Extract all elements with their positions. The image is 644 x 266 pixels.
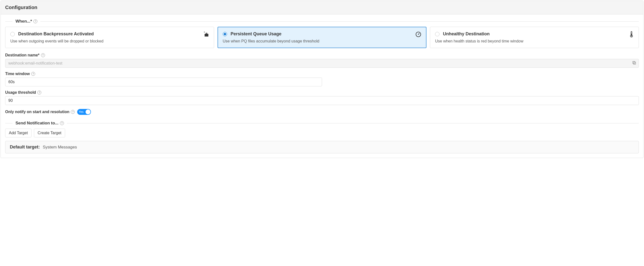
destination-name-group: Destination name* ?	[5, 53, 639, 68]
copy-icon[interactable]	[632, 61, 636, 66]
svg-rect-0	[205, 34, 208, 37]
notify-legend-row: Send Notification to... ?	[5, 121, 639, 126]
configuration-panel: Configuration When...* ? Destination Bac…	[0, 0, 644, 158]
panel-body: When...* ? Destination Backpressure Acti…	[1, 14, 643, 158]
help-icon[interactable]: ?	[34, 19, 37, 23]
radio-unchecked[interactable]	[435, 32, 440, 36]
trigger-desc: Use when PQ files accumulate beyond usag…	[223, 39, 421, 43]
help-icon[interactable]: ?	[41, 53, 45, 57]
notify-toggle-row: Only notify on start and resolution ? Ye…	[5, 109, 639, 115]
briefcase-alert-icon	[203, 31, 210, 38]
help-icon[interactable]: ?	[31, 72, 35, 76]
when-legend-row: When...* ?	[5, 19, 639, 24]
usage-threshold-input[interactable]	[5, 96, 639, 105]
switch-state: Yes	[79, 110, 84, 114]
switch-knob	[86, 110, 90, 114]
notify-toggle-label: Only notify on start and resolution	[5, 110, 69, 114]
default-target-box: Default target: System Messages	[5, 141, 639, 153]
svg-rect-9	[633, 61, 635, 64]
trigger-option-unhealthy[interactable]: Unhealthy Destination Use when health st…	[430, 27, 639, 48]
trigger-title: Destination Backpressure Activated	[18, 31, 94, 37]
trigger-option-backpressure[interactable]: Destination Backpressure Activated Use w…	[5, 27, 214, 48]
panel-title: Configuration	[1, 1, 643, 14]
divider	[40, 21, 639, 22]
trigger-title: Persistent Queue Usage	[230, 31, 282, 37]
time-window-group: Time window ?	[5, 72, 322, 86]
create-target-button[interactable]: Create Target	[34, 129, 65, 137]
notify-toggle-switch[interactable]: Yes	[77, 109, 91, 115]
destination-name-input[interactable]	[5, 59, 639, 68]
divider	[67, 123, 639, 124]
trigger-option-pq-usage[interactable]: Persistent Queue Usage Use when PQ files…	[218, 27, 426, 48]
when-legend: When...*	[16, 19, 32, 24]
divider	[5, 123, 12, 124]
default-target-value: System Messages	[43, 145, 77, 150]
trigger-desc: Use when health status is red beyond tim…	[435, 39, 634, 43]
thermometer-icon	[629, 31, 634, 39]
help-icon[interactable]: ?	[71, 110, 75, 114]
svg-point-5	[418, 34, 418, 35]
trigger-options: Destination Backpressure Activated Use w…	[5, 27, 639, 48]
radio-checked[interactable]	[223, 32, 227, 36]
trigger-title: Unhealthy Destination	[443, 31, 490, 37]
add-target-button[interactable]: Add Target	[5, 129, 32, 137]
destination-name-label: Destination name*	[5, 53, 40, 57]
help-icon[interactable]: ?	[37, 91, 41, 95]
help-icon[interactable]: ?	[60, 121, 64, 125]
notify-legend: Send Notification to...	[16, 121, 58, 126]
radio-unchecked[interactable]	[10, 32, 15, 36]
gauge-icon	[415, 31, 422, 38]
trigger-desc: Use when outgoing events will be dropped…	[10, 39, 209, 43]
svg-rect-3	[204, 32, 204, 32]
target-buttons: Add Target Create Target	[5, 129, 639, 137]
usage-threshold-group: Usage threshold ?	[5, 90, 639, 105]
svg-rect-8	[634, 62, 636, 64]
svg-point-2	[204, 32, 204, 32]
divider	[5, 21, 12, 22]
time-window-label: Time window	[5, 72, 30, 76]
svg-point-6	[631, 35, 632, 37]
usage-threshold-label: Usage threshold	[5, 90, 36, 95]
default-target-label: Default target:	[10, 144, 40, 150]
svg-rect-1	[206, 33, 207, 34]
time-window-input[interactable]	[5, 78, 322, 86]
